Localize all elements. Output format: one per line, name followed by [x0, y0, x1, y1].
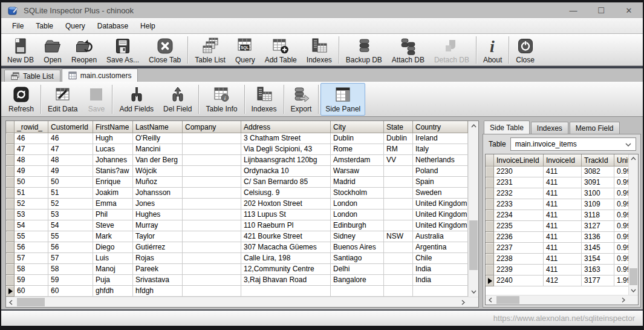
- grid-cell[interactable]: 51: [15, 188, 48, 199]
- grid-cell[interactable]: [183, 210, 241, 220]
- grid-cell[interactable]: 411: [544, 232, 582, 243]
- grid-cell[interactable]: 52: [48, 199, 93, 210]
- grid-cell[interactable]: Bangalore: [331, 275, 384, 286]
- grid-cell[interactable]: Stockholm: [331, 188, 384, 199]
- grid-cell[interactable]: 421 Bourke Street: [241, 231, 331, 242]
- grid-cell[interactable]: Dublin: [384, 133, 413, 144]
- grid-cell[interactable]: 411: [544, 221, 582, 232]
- grid-cell[interactable]: 3163: [582, 265, 614, 276]
- grid-cell[interactable]: C/ San Bernardo 85: [241, 177, 331, 188]
- menu-item-database[interactable]: Database: [91, 19, 134, 33]
- grid-cell[interactable]: Lucas: [93, 144, 133, 155]
- grid-cell[interactable]: Santiago: [331, 253, 384, 264]
- grid-cell[interactable]: 2238: [494, 254, 544, 265]
- grid-cell[interactable]: Calle Lira, 198: [241, 253, 331, 264]
- grid-cell[interactable]: Johannes: [93, 155, 133, 166]
- toolbar-button-query[interactable]: SQLQuery: [230, 35, 260, 65]
- toolbar-button-about[interactable]: iAbout: [478, 35, 507, 65]
- row-selector[interactable]: [486, 188, 494, 199]
- grid-cell[interactable]: 411: [544, 177, 582, 188]
- grid-cell[interactable]: 47: [15, 144, 48, 155]
- grid-cell[interactable]: [384, 264, 413, 275]
- grid-cell[interactable]: NSW: [384, 231, 413, 242]
- grid-cell[interactable]: Lijnbaansgracht 120bg: [241, 155, 331, 166]
- grid-cell[interactable]: 53: [48, 210, 93, 220]
- grid-cell[interactable]: Emma: [93, 199, 133, 210]
- row-selector[interactable]: [6, 220, 15, 231]
- row-selector[interactable]: [6, 188, 15, 199]
- vertical-scrollbar[interactable]: [468, 121, 478, 297]
- grid-cell[interactable]: [183, 220, 241, 231]
- row-selector[interactable]: [6, 264, 15, 275]
- row-selector[interactable]: [6, 133, 15, 144]
- grid-cell[interactable]: 48: [48, 155, 93, 166]
- horizontal-scrollbar[interactable]: [6, 297, 468, 307]
- grid-cell[interactable]: 0.99: [614, 232, 628, 243]
- grid-cell[interactable]: 51: [48, 188, 93, 199]
- grid-cell[interactable]: Via Degli Scipioni, 43: [241, 144, 331, 155]
- grid-cell[interactable]: [384, 199, 413, 210]
- row-selector[interactable]: [486, 167, 494, 177]
- website-link[interactable]: https://www.alexnolan.net/sqliteinspecto…: [493, 314, 635, 323]
- row-selector[interactable]: [6, 166, 15, 177]
- grid-cell[interactable]: 46: [48, 133, 93, 144]
- grid-cell[interactable]: 3 Chatham Street: [241, 133, 331, 144]
- grid-cell[interactable]: Srivastava: [133, 275, 183, 286]
- row-selector[interactable]: [6, 177, 15, 188]
- grid-cell[interactable]: ghfdh: [93, 286, 133, 297]
- row-selector[interactable]: [6, 253, 15, 264]
- grid-cell[interactable]: Enrique: [93, 177, 133, 188]
- grid-cell[interactable]: [413, 286, 468, 297]
- scroll-right-arrow[interactable]: [458, 297, 468, 307]
- grid-cell[interactable]: 3127: [582, 221, 614, 232]
- grid-cell[interactable]: 3091: [582, 177, 614, 188]
- grid-cell[interactable]: Ireland: [413, 133, 468, 144]
- grid-cell[interactable]: 55: [48, 231, 93, 242]
- grid-cell[interactable]: 2237: [494, 243, 544, 254]
- grid-cell[interactable]: Taylor: [133, 231, 183, 242]
- toolbar-button-save-as...[interactable]: Save As...: [102, 35, 144, 65]
- column-header-invoiceid[interactable]: InvoiceId: [544, 154, 582, 167]
- grid-cell[interactable]: [183, 275, 241, 286]
- grid-cell[interactable]: Delhi: [331, 264, 384, 275]
- grid-cell[interactable]: 47: [48, 144, 93, 155]
- grid-cell[interactable]: O'Reilly: [133, 133, 183, 144]
- grid-cell[interactable]: Stanis?aw: [93, 166, 133, 177]
- toolbar-button-add-table[interactable]: Add Table: [260, 35, 302, 65]
- horizontal-scrollbar[interactable]: [486, 295, 628, 305]
- grid-cell[interactable]: Sidney: [331, 231, 384, 242]
- scroll-left-arrow[interactable]: [486, 295, 495, 305]
- grid-cell[interactable]: 49: [48, 166, 93, 177]
- scroll-up-arrow[interactable]: [469, 121, 478, 131]
- grid-cell[interactable]: [384, 210, 413, 220]
- grid-cell[interactable]: RM: [384, 144, 413, 155]
- grid-cell[interactable]: Argentina: [413, 242, 468, 253]
- toolbar-button-close[interactable]: Close: [511, 35, 539, 65]
- grid-cell[interactable]: United Kingdom: [413, 220, 468, 231]
- menu-item-query[interactable]: Query: [59, 19, 91, 33]
- side-table-select[interactable]: main.invoice_items: [510, 137, 636, 151]
- toolbar-button-indexes[interactable]: Indexes: [302, 35, 337, 65]
- row-selector[interactable]: [486, 177, 494, 188]
- grid-cell[interactable]: 60: [15, 286, 48, 297]
- scroll-left-arrow[interactable]: [6, 297, 16, 307]
- grid-cell[interactable]: United Kingdom: [413, 199, 468, 210]
- grid-cell[interactable]: 58: [15, 264, 48, 275]
- scroll-track[interactable]: [469, 131, 478, 287]
- grid-cell[interactable]: [183, 253, 241, 264]
- grid-cell[interactable]: 0.99: [614, 177, 628, 188]
- grid-cell[interactable]: Celsiusg. 9: [241, 188, 331, 199]
- grid-cell[interactable]: 2234: [494, 210, 544, 221]
- grid-cell[interactable]: 3109: [582, 199, 614, 210]
- scroll-up-arrow[interactable]: [629, 154, 638, 163]
- scroll-track[interactable]: [16, 297, 458, 307]
- grid-cell[interactable]: 2231: [494, 177, 544, 188]
- grid-cell[interactable]: 2239: [494, 265, 544, 276]
- row-selector[interactable]: [486, 243, 494, 254]
- grid-cell[interactable]: Rome: [331, 144, 384, 155]
- grid-cell[interactable]: [183, 144, 241, 155]
- grid-cell[interactable]: [183, 155, 241, 166]
- tab-table-list[interactable]: Table List: [4, 70, 60, 82]
- row-selector[interactable]: [486, 221, 494, 232]
- scroll-thumb[interactable]: [629, 268, 637, 285]
